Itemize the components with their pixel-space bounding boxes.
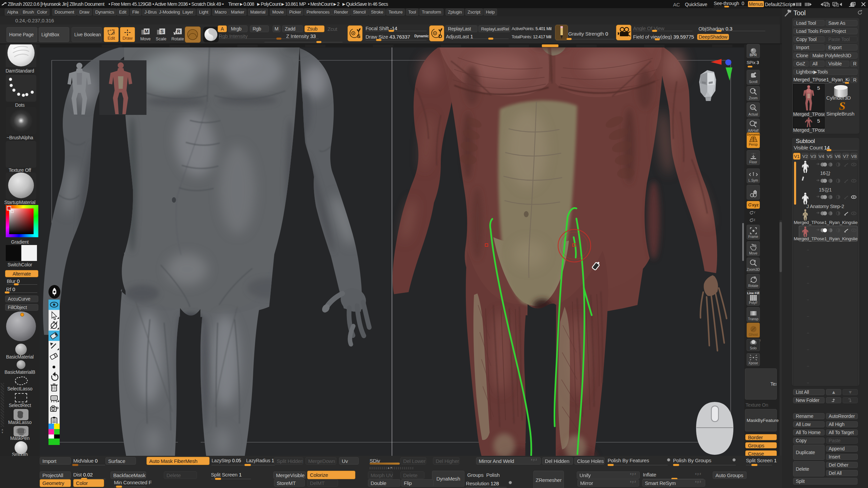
svg-text:M: M [144, 29, 149, 34]
svg-text:x1: x1 [751, 106, 754, 109]
svg-text:R: R [177, 29, 180, 34]
svg-text:D: D [438, 33, 442, 39]
svg-text:∷˅∷: ∷˅∷ [751, 152, 755, 155]
svg-text:S: S [357, 33, 360, 39]
svg-text:C: C [754, 191, 756, 194]
svg-text:S: S [160, 29, 163, 34]
svg-text:S: S [839, 100, 846, 112]
